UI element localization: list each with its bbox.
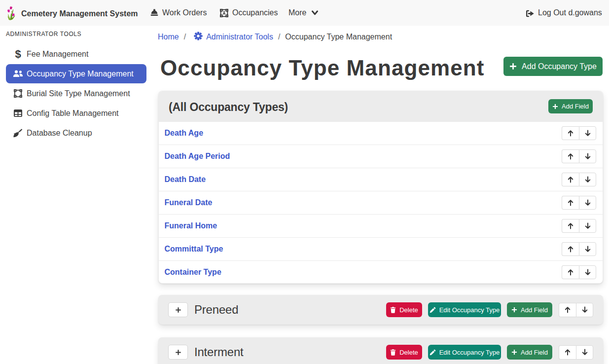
svg-text:$: $ [15,49,21,60]
